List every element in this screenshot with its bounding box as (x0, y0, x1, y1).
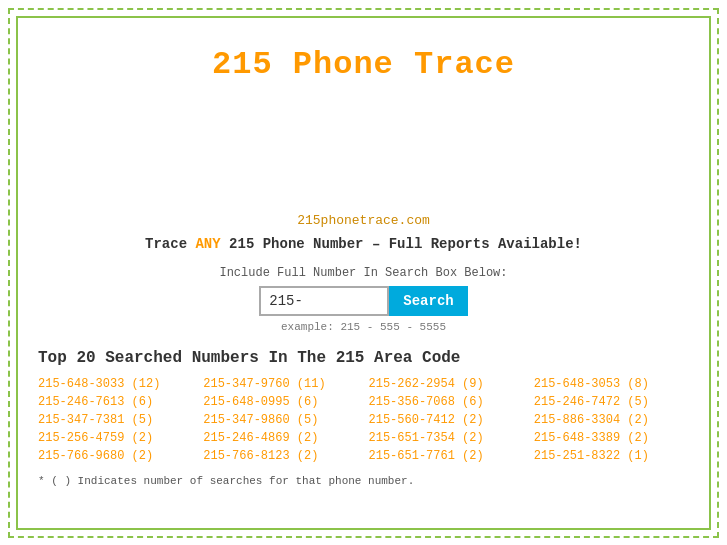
tagline-any: ANY (195, 236, 220, 252)
number-link[interactable]: 215-651-7354 (2) (369, 431, 524, 445)
number-link[interactable]: 215-262-2954 (9) (369, 377, 524, 391)
number-link[interactable]: 215-347-9760 (11) (203, 377, 358, 391)
inner-border: 215 Phone Trace 215phonetrace.com Trace … (16, 16, 711, 530)
number-link[interactable]: 215-347-9860 (5) (203, 413, 358, 427)
search-input[interactable] (259, 286, 389, 316)
number-link[interactable]: 215-347-7381 (5) (38, 413, 193, 427)
search-example: example: 215 - 555 - 5555 (38, 321, 689, 333)
search-section: Include Full Number In Search Box Below:… (38, 266, 689, 333)
number-link[interactable]: 215-648-3389 (2) (534, 431, 689, 445)
site-link-container: 215phonetrace.com (38, 213, 689, 228)
page-title: 215 Phone Trace (38, 28, 689, 93)
number-link[interactable]: 215-766-8123 (2) (203, 449, 358, 463)
site-link[interactable]: 215phonetrace.com (297, 213, 430, 228)
tagline: Trace ANY 215 Phone Number – Full Report… (38, 236, 689, 252)
number-link[interactable]: 215-648-0995 (6) (203, 395, 358, 409)
number-link[interactable]: 215-886-3304 (2) (534, 413, 689, 427)
outer-border: 215 Phone Trace 215phonetrace.com Trace … (8, 8, 719, 538)
spacer (38, 93, 689, 133)
number-link[interactable]: 215-251-8322 (1) (534, 449, 689, 463)
number-link[interactable]: 215-246-7613 (6) (38, 395, 193, 409)
number-link[interactable]: 215-246-7472 (5) (534, 395, 689, 409)
number-link[interactable]: 215-560-7412 (2) (369, 413, 524, 427)
number-link[interactable]: 215-766-9680 (2) (38, 449, 193, 463)
number-link[interactable]: 215-256-4759 (2) (38, 431, 193, 445)
number-link[interactable]: 215-356-7068 (6) (369, 395, 524, 409)
number-link[interactable]: 215-246-4869 (2) (203, 431, 358, 445)
footnote: * ( ) Indicates number of searches for t… (38, 475, 689, 487)
search-button[interactable]: Search (389, 286, 467, 316)
number-link[interactable]: 215-648-3033 (12) (38, 377, 193, 391)
numbers-grid: 215-648-3033 (12)215-347-9760 (11)215-26… (38, 377, 689, 463)
phone-word: phone (328, 475, 361, 487)
number-link[interactable]: 215-648-3053 (8) (534, 377, 689, 391)
tagline-suffix: 215 Phone Number – Full Reports Availabl… (221, 236, 582, 252)
search-label: Include Full Number In Search Box Below: (38, 266, 689, 280)
tagline-prefix: Trace (145, 236, 195, 252)
number-link[interactable]: 215-651-7761 (2) (369, 449, 524, 463)
search-row: Search (38, 286, 689, 316)
top-numbers-heading: Top 20 Searched Numbers In The 215 Area … (38, 349, 689, 367)
